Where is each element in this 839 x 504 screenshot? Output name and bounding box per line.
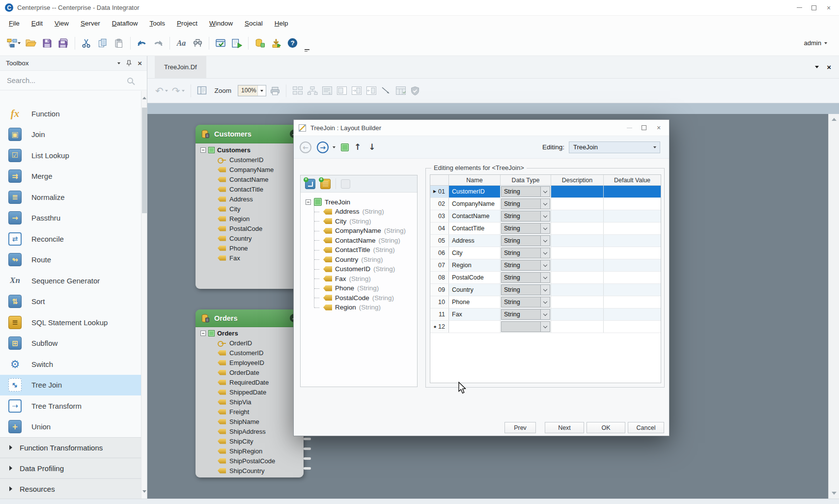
field-row[interactable]: Fax [200, 253, 304, 263]
row-selector-cell[interactable]: 10 [430, 296, 449, 308]
column-header[interactable]: Description [551, 175, 604, 185]
dropdown-button[interactable] [540, 211, 550, 221]
data-type-cell[interactable]: String [501, 259, 551, 271]
toolbox-item[interactable]: Xn Sequence Generator [0, 270, 147, 291]
row-selector-cell[interactable]: 06 [430, 247, 449, 259]
field-row[interactable]: CompanyName [200, 165, 304, 174]
cancel-button[interactable]: Cancel [628, 422, 664, 433]
toolbox-item[interactable]: ⇅ Sort [0, 291, 147, 312]
tree-item[interactable]: ContactTitle (String) [308, 245, 417, 255]
menu-item[interactable]: Edit [26, 17, 49, 29]
field-row[interactable]: ContactTitle [200, 184, 304, 194]
menu-item[interactable]: Dataflow [106, 17, 144, 29]
import-database-icon[interactable] [269, 34, 283, 52]
field-row[interactable]: City [200, 204, 304, 214]
data-type-cell[interactable]: String [501, 186, 551, 197]
collapse-expander-icon[interactable] [306, 199, 311, 205]
field-row[interactable]: Region [200, 214, 304, 224]
toolbox-item[interactable]: + Union [0, 417, 147, 438]
toolbox-close-icon[interactable]: × [138, 59, 142, 67]
description-cell[interactable] [551, 235, 604, 247]
default-value-cell[interactable] [604, 284, 661, 296]
tree-item[interactable]: Phone (String) [308, 283, 417, 293]
output-port[interactable] [304, 467, 311, 470]
menu-item[interactable]: Window [203, 17, 239, 29]
tree-item[interactable]: ContactName (String) [308, 236, 417, 246]
description-cell[interactable] [551, 284, 604, 296]
menu-item[interactable]: Social [239, 17, 269, 29]
search-input[interactable] [7, 77, 127, 84]
panel-expand-icon[interactable] [351, 86, 362, 95]
new-dataflow-icon[interactable] [6, 34, 22, 52]
data-type-cell[interactable]: String [501, 284, 551, 296]
description-cell[interactable] [551, 186, 604, 197]
name-cell[interactable]: Country [449, 284, 501, 296]
name-cell[interactable]: CompanyName [449, 198, 501, 210]
data-type-cell[interactable]: String [501, 210, 551, 222]
tree-item[interactable]: Address (String) [308, 207, 417, 217]
field-row[interactable]: ShipCity [200, 436, 304, 446]
scroll-down-icon[interactable] [832, 492, 837, 495]
chevron-down-icon[interactable] [18, 42, 21, 44]
auto-layout-horizontal-icon[interactable] [292, 86, 303, 95]
paste-icon[interactable] [112, 34, 126, 52]
field-row[interactable]: ShipPostalCode [200, 456, 304, 466]
editing-combobox[interactable]: TreeJoin [569, 141, 660, 153]
toolbox-search[interactable] [0, 71, 147, 90]
add-collection-icon[interactable]: + [320, 179, 331, 189]
name-cell[interactable] [449, 321, 501, 333]
toolbox-item[interactable]: ≡ SQL Statement Lookup [0, 312, 147, 333]
tree-item[interactable]: Region (String) [308, 303, 417, 312]
output-port[interactable] [304, 438, 311, 440]
navigate-back-icon[interactable]: ← [300, 141, 311, 153]
save-icon[interactable] [40, 34, 54, 52]
open-icon[interactable] [24, 34, 38, 52]
move-up-icon[interactable]: ↑ [354, 143, 361, 151]
output-port[interactable] [304, 448, 311, 450]
default-value-cell[interactable] [604, 235, 661, 247]
name-cell[interactable]: ContactName [449, 210, 501, 222]
row-selector-cell[interactable]: 11 [430, 308, 449, 320]
toolbox-item[interactable]: ↬ Route [0, 250, 147, 271]
toolbox-item[interactable]: ⚙ Switch [0, 354, 147, 375]
default-value-cell[interactable] [604, 210, 661, 222]
field-row[interactable]: EmployeeID [200, 358, 304, 367]
shield-icon[interactable] [410, 86, 420, 96]
field-row[interactable]: Phone [200, 243, 304, 253]
field-row[interactable]: Address [200, 194, 304, 204]
tree-item[interactable]: City (String) [308, 217, 417, 226]
dropdown-button[interactable] [540, 224, 550, 233]
description-cell[interactable] [551, 259, 604, 271]
toolbox-item[interactable]: fx Function [0, 103, 147, 124]
row-selector-cell[interactable]: *12 [430, 321, 449, 333]
default-value-cell[interactable] [604, 296, 661, 308]
chevron-down-icon[interactable] [333, 146, 336, 148]
description-cell[interactable] [551, 272, 604, 283]
add-element-icon[interactable]: + [305, 179, 315, 189]
name-cell[interactable]: Fax [449, 308, 501, 320]
tree-item[interactable]: Fax (String) [308, 274, 417, 284]
tree-item[interactable]: CompanyName (String) [308, 226, 417, 236]
data-type-cell[interactable]: String [501, 296, 551, 308]
save-all-icon[interactable] [56, 34, 70, 52]
undo-icon[interactable]: ↶ [155, 86, 168, 96]
auto-layout-tree-icon[interactable] [307, 86, 318, 95]
field-row[interactable]: CustomerID [200, 348, 304, 358]
default-value-cell[interactable] [604, 223, 661, 234]
row-selector-cell[interactable]: 02 [430, 198, 449, 210]
toolbox-item[interactable]: ⇉ Merge [0, 166, 147, 187]
undo-icon[interactable] [135, 34, 149, 52]
tree-item[interactable]: PostalCode (String) [308, 293, 417, 303]
toolbox-item[interactable]: ⇄ Reconcile [0, 228, 147, 250]
toolbar-overflow-icon[interactable] [305, 49, 309, 52]
navigate-forward-icon[interactable]: → [317, 141, 329, 153]
next-button[interactable]: Next [545, 422, 584, 433]
collapse-expander-icon[interactable] [200, 147, 206, 153]
ok-button[interactable]: OK [587, 422, 625, 433]
data-type-cell[interactable]: String [501, 235, 551, 247]
toolbox-item[interactable]: → Passthru [0, 208, 147, 229]
field-row[interactable]: ContactName [200, 174, 304, 184]
row-selector-cell[interactable]: 08 [430, 272, 449, 283]
print-icon[interactable] [270, 86, 280, 95]
field-row[interactable]: PostalCode [200, 224, 304, 233]
